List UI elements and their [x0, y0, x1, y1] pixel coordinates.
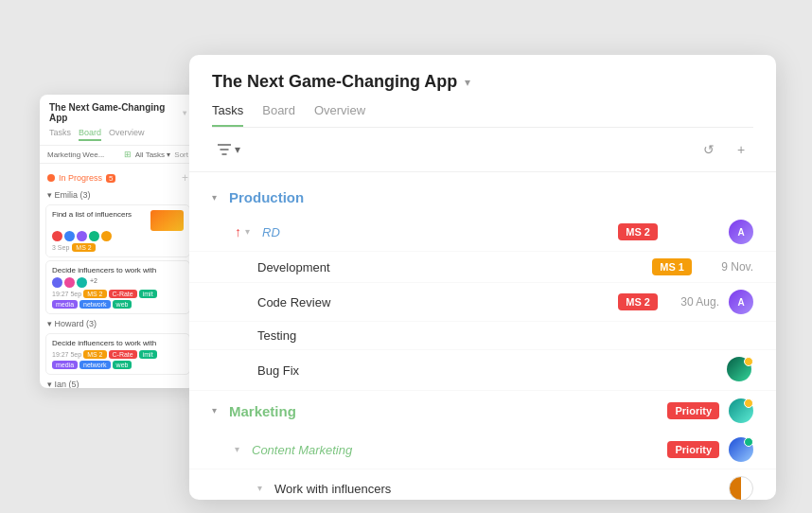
mini-tab-overview[interactable]: Overview — [109, 128, 145, 141]
work-influencers-expand-icon[interactable]: ▾ — [257, 483, 269, 494]
mini-filter-icon[interactable]: ⊞ — [124, 150, 132, 159]
main-title: The Next Game-Changing App — [212, 72, 457, 92]
filter-button[interactable]: ▾ — [212, 140, 246, 159]
toolbar-left: ▾ — [212, 140, 246, 159]
content-expand-icon[interactable]: ▾ — [235, 444, 246, 455]
main-tabs: Tasks Board Overview — [212, 103, 753, 128]
mini-add-button[interactable]: + — [182, 171, 188, 185]
mini-task-footer-2: 19:27 5ep MS 2 C-Rate imit — [52, 290, 184, 298]
task-row-testing[interactable]: Testing — [189, 322, 776, 350]
mini-avatar — [52, 277, 62, 288]
task-list: ▾ Production ↑ ▾ RD MS 2 A Development M… — [189, 172, 776, 500]
mini-in-progress: In Progress 5 — [47, 173, 115, 183]
mini-avatar — [101, 231, 112, 241]
mini-tab-tasks[interactable]: Tasks — [49, 128, 71, 141]
mini-avatar — [52, 231, 62, 241]
title-chevron-icon[interactable]: ▾ — [465, 76, 470, 89]
refresh-button[interactable]: ↺ — [697, 137, 721, 162]
up-arrow-icon: ↑ — [235, 224, 241, 239]
date-code-review: 30 Aug. — [667, 295, 719, 309]
filter-label: ▾ — [235, 143, 240, 156]
task-row-rd[interactable]: ↑ ▾ RD MS 2 A — [189, 213, 776, 252]
mini-tag-11: media — [52, 361, 78, 369]
mini-avatars-row-2: +2 — [52, 277, 184, 288]
tab-board[interactable]: Board — [262, 103, 295, 127]
task-name-content-marketing: Content Marketing — [252, 443, 667, 457]
mini-tag-10: imit — [139, 350, 157, 359]
avatar-bug-fix — [727, 357, 751, 381]
rd-expand-icon[interactable]: ▾ — [245, 226, 256, 238]
task-name-development: Development — [257, 260, 652, 274]
group-production[interactable]: ▾ Production — [189, 182, 776, 213]
production-arrow-icon: ▾ — [212, 192, 223, 203]
main-toolbar: ▾ ↺ + — [189, 128, 776, 172]
mini-task-card-3[interactable]: Decide influencers to work with 19:27 5e… — [45, 333, 190, 375]
task-row-content-marketing[interactable]: ▾ Content Marketing Priority — [189, 431, 776, 469]
mini-task-footer: 3 Sep MS 2 — [52, 243, 184, 252]
mini-task-image — [150, 210, 184, 231]
main-title-row: The Next Game-Changing App ▾ — [212, 72, 753, 92]
mini-task-date-2: 19:27 5ep — [52, 291, 81, 297]
task-name-bug-fix: Bug Fix — [257, 363, 727, 378]
mini-panel-tabs: Tasks Board Overview — [49, 128, 186, 141]
mini-avatar-count: +2 — [90, 277, 97, 288]
main-header: The Next Game-Changing App ▾ Tasks Board… — [189, 55, 776, 128]
task-name-rd: RD — [262, 225, 618, 239]
avatar-rd: A — [729, 220, 753, 244]
badge-marketing: Priority — [667, 402, 719, 419]
mini-sort-label: Sort — [174, 150, 188, 159]
group-marketing[interactable]: ▾ Marketing Priority — [189, 391, 776, 431]
avatar-badge-dot — [744, 357, 753, 366]
mini-avatar — [64, 231, 75, 241]
mini-tag-ms2: MS 2 — [72, 243, 95, 252]
mini-task-title-1: Find a list of influencers — [52, 210, 132, 219]
avatar-work-influencers — [729, 476, 753, 500]
marketing-group-name: Marketing — [229, 403, 296, 419]
mini-chevron-icon: ▾ — [183, 109, 186, 117]
mini-panel-toolbar: Marketing Wee... ⊞ All Tasks ▾ Sort — [40, 146, 196, 164]
mini-tag-6: network — [79, 300, 111, 309]
task-row-work-influencers[interactable]: ▾ Work with influencers — [189, 469, 776, 500]
mini-tag-12: network — [79, 361, 111, 369]
mini-tab-board[interactable]: Board — [79, 128, 101, 141]
mini-section-header: In Progress 5 + — [40, 168, 196, 188]
task-meta-marketing-group: Priority — [667, 398, 753, 423]
task-row-bug-fix[interactable]: Bug Fix — [189, 350, 776, 391]
mini-task-footer-3: 19:27 5ep MS 2 C-Rate imit — [52, 350, 184, 359]
mini-task-card-1[interactable]: Find a list of influencers 3 Sep MS 2 — [45, 204, 190, 257]
filter-icon — [218, 144, 231, 155]
mini-tags-row: media network web — [52, 300, 184, 309]
mini-count-badge: 5 — [106, 174, 115, 183]
main-panel: The Next Game-Changing App ▾ Tasks Board… — [189, 55, 776, 500]
task-meta-work-influencers — [729, 476, 753, 500]
mini-status-dot — [47, 174, 55, 182]
mini-avatar — [77, 277, 87, 288]
task-row-development[interactable]: Development MS 1 9 Nov. — [189, 252, 776, 283]
mini-avatar — [89, 231, 99, 241]
mini-panel-body: In Progress 5 + ▾ Emilia (3) Find a list… — [40, 164, 196, 388]
task-name-code-review: Code Review — [257, 295, 618, 310]
mini-tag-9: C-Rate — [109, 350, 137, 359]
mini-tag-5: media — [52, 300, 78, 309]
mini-task-card-2[interactable]: Decide influencers to work with +2 19:27… — [45, 260, 190, 314]
marketing-arrow-icon: ▾ — [212, 405, 223, 416]
mini-tag-7: web — [113, 300, 132, 309]
mini-avatars-row — [52, 231, 184, 241]
mini-status-label: In Progress — [59, 173, 102, 183]
mini-tags-row-2: media network web — [52, 361, 184, 369]
task-meta-code-review: MS 2 30 Aug. A — [618, 290, 753, 314]
avatar-bug-fix-container — [727, 357, 753, 383]
badge-development: MS 1 — [652, 258, 692, 275]
avatar-marketing — [729, 398, 753, 423]
task-meta-bug-fix — [727, 357, 753, 383]
production-group-name: Production — [229, 189, 304, 205]
mini-tag-4: imit — [139, 290, 157, 298]
tab-overview[interactable]: Overview — [314, 103, 365, 127]
task-name-work-influencers: Work with influencers — [274, 482, 729, 496]
avatar-content-marketing — [729, 437, 753, 462]
mini-task-title-3: Decide influencers to work with — [52, 339, 184, 347]
add-button[interactable]: + — [729, 137, 753, 162]
task-row-code-review[interactable]: Code Review MS 2 30 Aug. A — [189, 283, 776, 322]
badge-code-review: MS 2 — [618, 293, 658, 310]
tab-tasks[interactable]: Tasks — [212, 103, 243, 127]
